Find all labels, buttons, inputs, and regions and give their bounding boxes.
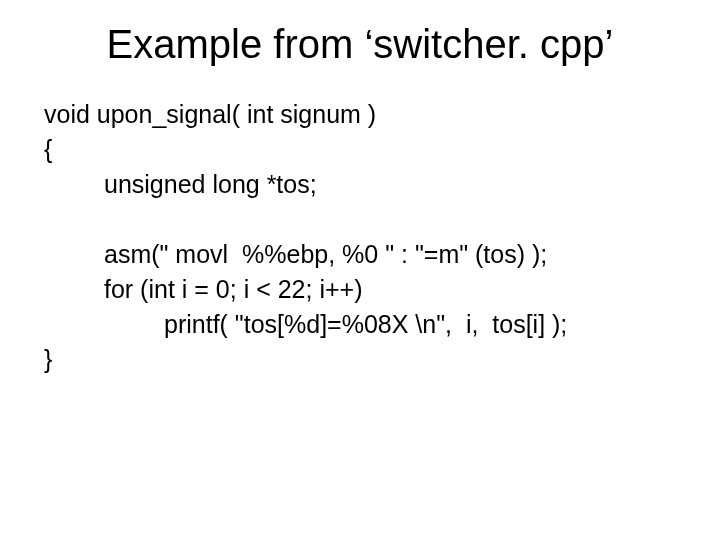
code-line-close-brace: } — [44, 342, 700, 377]
code-line-printf: printf( "tos[%d]=%08X \n", i, tos[i] ); — [44, 307, 700, 342]
code-line-decl: unsigned long *tos; — [44, 167, 700, 202]
code-block: void upon_signal( int signum ) { unsigne… — [0, 97, 720, 377]
slide: Example from ‘switcher. cpp’ void upon_s… — [0, 0, 720, 377]
code-blank-line — [44, 202, 700, 237]
code-line-for: for (int i = 0; i < 22; i++) — [44, 272, 700, 307]
slide-title: Example from ‘switcher. cpp’ — [0, 22, 720, 97]
code-line-open-brace: { — [44, 132, 700, 167]
code-line-asm: asm(" movl %%ebp, %0 " : "=m" (tos) ); — [44, 237, 700, 272]
code-line-fn-signature: void upon_signal( int signum ) — [44, 97, 700, 132]
